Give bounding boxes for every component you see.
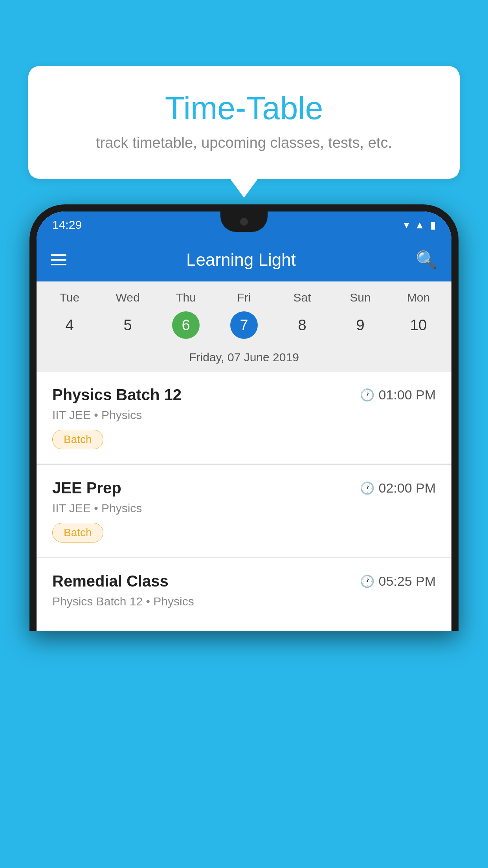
schedule-list: Physics Batch 12 🕐 01:00 PM IIT JEE • Ph… xyxy=(37,372,451,630)
day-label-sat: Sat xyxy=(273,291,331,304)
calendar-strip: Tue Wed Thu Fri Sat Sun Mon 4 5 6 7 8 9 … xyxy=(37,281,451,372)
phone-mockup: 14:29 ▾ ▲ ▮ Learning Light 🔍 xyxy=(29,204,459,868)
schedule-item-header-3: Remedial Class 🕐 05:25 PM xyxy=(52,572,436,590)
days-numbers: 4 5 6 7 8 9 10 xyxy=(37,308,451,345)
status-bar: 14:29 ▾ ▲ ▮ xyxy=(37,211,451,238)
day-5[interactable]: 5 xyxy=(99,317,157,334)
day-label-sun: Sun xyxy=(331,291,389,304)
search-button[interactable]: 🔍 xyxy=(416,250,437,270)
clock-icon-3: 🕐 xyxy=(360,574,374,588)
battery-icon: ▮ xyxy=(430,219,436,231)
tooltip-bubble: Time-Table track timetable, upcoming cla… xyxy=(28,66,460,179)
tooltip-title: Time-Table xyxy=(48,90,440,127)
batch-tag-1: Batch xyxy=(52,430,103,449)
schedule-time-2: 🕐 02:00 PM xyxy=(360,480,436,496)
schedule-item[interactable]: Physics Batch 12 🕐 01:00 PM IIT JEE • Ph… xyxy=(37,372,451,463)
day-10[interactable]: 10 xyxy=(389,317,448,334)
app-title: Learning Light xyxy=(78,250,404,270)
day-label-tue: Tue xyxy=(40,291,99,304)
day-label-fri: Fri xyxy=(215,291,273,304)
status-icons: ▾ ▲ ▮ xyxy=(404,219,436,231)
day-label-thu: Thu xyxy=(157,291,215,304)
schedule-meta-2: IIT JEE • Physics xyxy=(52,502,436,515)
app-bar: Learning Light 🔍 xyxy=(37,238,451,281)
schedule-title-3: Remedial Class xyxy=(52,572,169,590)
schedule-title-1: Physics Batch 12 xyxy=(52,386,182,404)
schedule-item-header-2: JEE Prep 🕐 02:00 PM xyxy=(52,479,436,497)
hamburger-menu[interactable] xyxy=(51,254,66,265)
batch-tag-2: Batch xyxy=(52,523,103,542)
schedule-meta-3: Physics Batch 12 • Physics xyxy=(52,595,436,608)
wifi-icon: ▾ xyxy=(404,219,409,231)
signal-icon: ▲ xyxy=(415,219,425,231)
schedule-meta-1: IIT JEE • Physics xyxy=(52,408,436,422)
day-9[interactable]: 9 xyxy=(331,317,389,334)
day-6-today[interactable]: 6 xyxy=(172,311,200,339)
schedule-item-2[interactable]: JEE Prep 🕐 02:00 PM IIT JEE • Physics Ba… xyxy=(37,465,451,557)
schedule-time-3: 🕐 05:25 PM xyxy=(360,574,436,589)
days-header: Tue Wed Thu Fri Sat Sun Mon xyxy=(37,281,451,308)
schedule-item-header: Physics Batch 12 🕐 01:00 PM xyxy=(52,386,436,404)
status-time: 14:29 xyxy=(52,218,82,232)
day-4[interactable]: 4 xyxy=(40,317,99,334)
camera xyxy=(240,218,248,226)
schedule-title-2: JEE Prep xyxy=(52,479,121,497)
phone-outer: 14:29 ▾ ▲ ▮ Learning Light 🔍 xyxy=(29,204,459,631)
clock-icon-2: 🕐 xyxy=(360,481,374,495)
clock-icon-1: 🕐 xyxy=(360,388,374,402)
day-label-wed: Wed xyxy=(99,291,157,304)
day-8[interactable]: 8 xyxy=(273,317,331,334)
day-7-selected[interactable]: 7 xyxy=(230,311,258,339)
day-label-mon: Mon xyxy=(389,291,448,304)
schedule-item-3[interactable]: Remedial Class 🕐 05:25 PM Physics Batch … xyxy=(37,558,451,630)
notch xyxy=(220,211,268,232)
selected-date-label: Friday, 07 June 2019 xyxy=(37,345,451,372)
schedule-time-1: 🕐 01:00 PM xyxy=(360,387,436,403)
tooltip-subtitle: track timetable, upcoming classes, tests… xyxy=(48,134,440,151)
phone-inner: 14:29 ▾ ▲ ▮ Learning Light 🔍 xyxy=(37,211,451,631)
